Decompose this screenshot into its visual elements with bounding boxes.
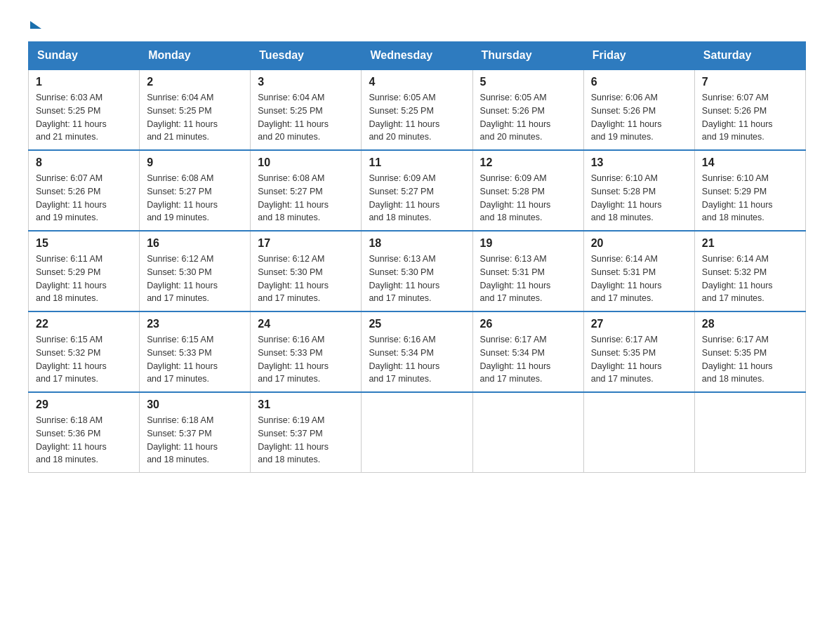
calendar-cell	[694, 392, 805, 473]
calendar-cell: 1Sunrise: 6:03 AMSunset: 5:25 PMDaylight…	[29, 69, 140, 150]
day-info: Sunrise: 6:09 AMSunset: 5:28 PMDaylight:…	[480, 172, 576, 224]
calendar-cell: 19Sunrise: 6:13 AMSunset: 5:31 PMDayligh…	[472, 231, 583, 311]
day-info: Sunrise: 6:17 AMSunset: 5:35 PMDaylight:…	[591, 333, 687, 386]
day-info: Sunrise: 6:06 AMSunset: 5:26 PMDaylight:…	[591, 91, 687, 144]
day-number: 18	[369, 237, 465, 250]
day-info: Sunrise: 6:17 AMSunset: 5:35 PMDaylight:…	[702, 333, 798, 386]
calendar-cell: 16Sunrise: 6:12 AMSunset: 5:30 PMDayligh…	[140, 231, 251, 311]
day-number: 14	[702, 156, 798, 169]
day-info: Sunrise: 6:13 AMSunset: 5:31 PMDaylight:…	[480, 253, 576, 305]
day-number: 2	[147, 76, 243, 88]
day-info: Sunrise: 6:11 AMSunset: 5:29 PMDaylight:…	[36, 253, 132, 305]
calendar-cell: 22Sunrise: 6:15 AMSunset: 5:32 PMDayligh…	[29, 311, 140, 392]
calendar-cell	[583, 392, 694, 473]
column-header-tuesday: Tuesday	[251, 42, 362, 70]
calendar-cell: 27Sunrise: 6:17 AMSunset: 5:35 PMDayligh…	[583, 311, 694, 392]
day-number: 3	[258, 76, 354, 88]
day-number: 13	[591, 156, 687, 169]
day-info: Sunrise: 6:16 AMSunset: 5:33 PMDaylight:…	[258, 333, 354, 386]
header-row: SundayMondayTuesdayWednesdayThursdayFrid…	[29, 42, 806, 70]
week-row-3: 15Sunrise: 6:11 AMSunset: 5:29 PMDayligh…	[29, 231, 806, 311]
day-number: 5	[480, 76, 576, 88]
day-number: 19	[480, 237, 576, 250]
day-number: 25	[369, 318, 465, 330]
day-number: 15	[36, 237, 132, 250]
day-number: 24	[258, 318, 354, 330]
calendar-cell	[362, 392, 472, 473]
column-header-sunday: Sunday	[29, 42, 140, 70]
day-info: Sunrise: 6:10 AMSunset: 5:28 PMDaylight:…	[591, 172, 687, 224]
day-number: 10	[258, 156, 354, 169]
day-info: Sunrise: 6:08 AMSunset: 5:27 PMDaylight:…	[147, 172, 243, 224]
calendar-table: SundayMondayTuesdayWednesdayThursdayFrid…	[28, 41, 806, 473]
day-info: Sunrise: 6:04 AMSunset: 5:25 PMDaylight:…	[258, 91, 354, 144]
day-number: 23	[147, 318, 243, 330]
day-info: Sunrise: 6:08 AMSunset: 5:27 PMDaylight:…	[258, 172, 354, 224]
day-info: Sunrise: 6:07 AMSunset: 5:26 PMDaylight:…	[36, 172, 132, 224]
day-number: 4	[369, 76, 465, 88]
week-row-1: 1Sunrise: 6:03 AMSunset: 5:25 PMDaylight…	[29, 69, 806, 150]
day-info: Sunrise: 6:15 AMSunset: 5:33 PMDaylight:…	[147, 333, 243, 386]
week-row-5: 29Sunrise: 6:18 AMSunset: 5:36 PMDayligh…	[29, 392, 806, 473]
calendar-cell: 10Sunrise: 6:08 AMSunset: 5:27 PMDayligh…	[251, 150, 362, 231]
calendar-cell: 5Sunrise: 6:05 AMSunset: 5:26 PMDaylight…	[472, 69, 583, 150]
column-header-friday: Friday	[583, 42, 694, 70]
calendar-cell: 29Sunrise: 6:18 AMSunset: 5:36 PMDayligh…	[29, 392, 140, 473]
calendar-cell: 2Sunrise: 6:04 AMSunset: 5:25 PMDaylight…	[140, 69, 251, 150]
day-info: Sunrise: 6:13 AMSunset: 5:30 PMDaylight:…	[369, 253, 465, 305]
day-number: 22	[36, 318, 132, 330]
day-number: 26	[480, 318, 576, 330]
logo-arrow-icon	[30, 21, 41, 29]
day-info: Sunrise: 6:07 AMSunset: 5:26 PMDaylight:…	[702, 91, 798, 144]
day-number: 12	[480, 156, 576, 169]
calendar-cell: 31Sunrise: 6:19 AMSunset: 5:37 PMDayligh…	[251, 392, 362, 473]
calendar-cell: 20Sunrise: 6:14 AMSunset: 5:31 PMDayligh…	[583, 231, 694, 311]
day-number: 30	[147, 398, 243, 411]
calendar-cell: 28Sunrise: 6:17 AMSunset: 5:35 PMDayligh…	[694, 311, 805, 392]
day-info: Sunrise: 6:04 AMSunset: 5:25 PMDaylight:…	[147, 91, 243, 144]
day-info: Sunrise: 6:03 AMSunset: 5:25 PMDaylight:…	[36, 91, 132, 144]
day-info: Sunrise: 6:18 AMSunset: 5:36 PMDaylight:…	[36, 414, 132, 467]
day-number: 31	[258, 398, 354, 411]
day-info: Sunrise: 6:14 AMSunset: 5:31 PMDaylight:…	[591, 253, 687, 305]
column-header-monday: Monday	[140, 42, 251, 70]
day-info: Sunrise: 6:05 AMSunset: 5:26 PMDaylight:…	[480, 91, 576, 144]
week-row-2: 8Sunrise: 6:07 AMSunset: 5:26 PMDaylight…	[29, 150, 806, 231]
day-number: 9	[147, 156, 243, 169]
calendar-cell	[472, 392, 583, 473]
calendar-cell: 14Sunrise: 6:10 AMSunset: 5:29 PMDayligh…	[694, 150, 805, 231]
calendar-cell: 24Sunrise: 6:16 AMSunset: 5:33 PMDayligh…	[251, 311, 362, 392]
calendar-cell: 11Sunrise: 6:09 AMSunset: 5:27 PMDayligh…	[362, 150, 472, 231]
day-number: 11	[369, 156, 465, 169]
day-number: 7	[702, 76, 798, 88]
day-number: 1	[36, 76, 132, 88]
calendar-cell: 6Sunrise: 6:06 AMSunset: 5:26 PMDaylight…	[583, 69, 694, 150]
day-info: Sunrise: 6:16 AMSunset: 5:34 PMDaylight:…	[369, 333, 465, 386]
calendar-cell: 7Sunrise: 6:07 AMSunset: 5:26 PMDaylight…	[694, 69, 805, 150]
column-header-wednesday: Wednesday	[362, 42, 472, 70]
calendar-cell: 3Sunrise: 6:04 AMSunset: 5:25 PMDaylight…	[251, 69, 362, 150]
calendar-cell: 9Sunrise: 6:08 AMSunset: 5:27 PMDaylight…	[140, 150, 251, 231]
day-number: 27	[591, 318, 687, 330]
day-info: Sunrise: 6:19 AMSunset: 5:37 PMDaylight:…	[258, 414, 354, 467]
day-info: Sunrise: 6:09 AMSunset: 5:27 PMDaylight:…	[369, 172, 465, 224]
day-number: 6	[591, 76, 687, 88]
calendar-cell: 25Sunrise: 6:16 AMSunset: 5:34 PMDayligh…	[362, 311, 472, 392]
logo	[28, 21, 41, 27]
page-header	[28, 21, 806, 27]
day-number: 17	[258, 237, 354, 250]
day-info: Sunrise: 6:17 AMSunset: 5:34 PMDaylight:…	[480, 333, 576, 386]
column-header-thursday: Thursday	[472, 42, 583, 70]
calendar-cell: 8Sunrise: 6:07 AMSunset: 5:26 PMDaylight…	[29, 150, 140, 231]
day-info: Sunrise: 6:12 AMSunset: 5:30 PMDaylight:…	[258, 253, 354, 305]
day-info: Sunrise: 6:15 AMSunset: 5:32 PMDaylight:…	[36, 333, 132, 386]
calendar-cell: 13Sunrise: 6:10 AMSunset: 5:28 PMDayligh…	[583, 150, 694, 231]
calendar-cell: 23Sunrise: 6:15 AMSunset: 5:33 PMDayligh…	[140, 311, 251, 392]
day-number: 21	[702, 237, 798, 250]
calendar-cell: 21Sunrise: 6:14 AMSunset: 5:32 PMDayligh…	[694, 231, 805, 311]
day-number: 29	[36, 398, 132, 411]
calendar-cell: 4Sunrise: 6:05 AMSunset: 5:25 PMDaylight…	[362, 69, 472, 150]
day-number: 8	[36, 156, 132, 169]
calendar-cell: 15Sunrise: 6:11 AMSunset: 5:29 PMDayligh…	[29, 231, 140, 311]
day-info: Sunrise: 6:14 AMSunset: 5:32 PMDaylight:…	[702, 253, 798, 305]
